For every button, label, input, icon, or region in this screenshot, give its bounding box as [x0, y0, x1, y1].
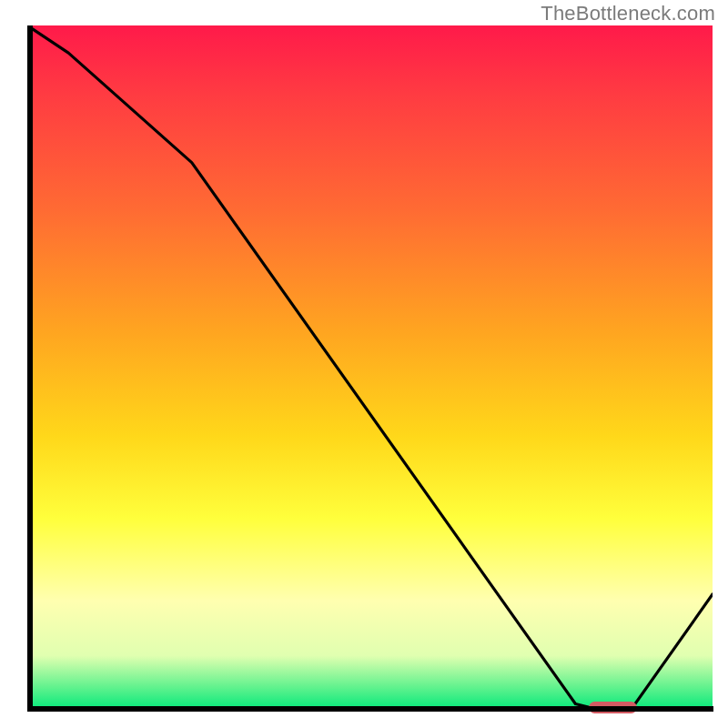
chart-frame: [27, 25, 713, 711]
x-axis: [27, 706, 713, 712]
plot-gradient-background: [27, 25, 713, 711]
y-axis: [27, 25, 33, 712]
attribution-text: TheBottleneck.com: [541, 2, 715, 25]
